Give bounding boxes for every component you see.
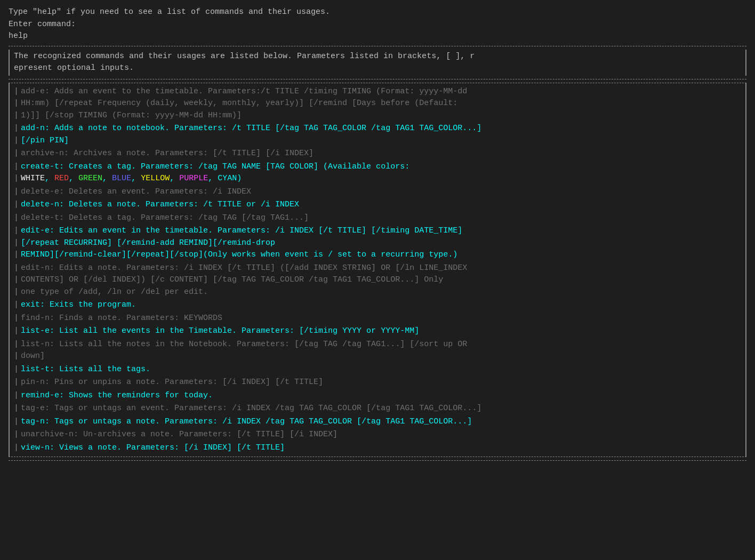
cmd-pin-n: |pin-n: Pins or unpins a note. Parameter… — [10, 376, 745, 389]
cmd-list-e: |list-e: List all the events in the Time… — [10, 325, 745, 338]
cmd-edit-n: |edit-n: Edits a note. Parameters: /i IN… — [10, 262, 745, 299]
cmd-add-e: |add-e: Adds an event to the timetable. … — [10, 85, 745, 123]
cmd-create-t: |create-t: Creates a tag. Parameters: /t… — [10, 161, 745, 186]
cmd-list-t: |list-t: Lists all the tags. — [10, 363, 745, 377]
cmd-add-n: |add-n: Adds a note to notebook. Paramet… — [10, 122, 745, 147]
cmd-unarchive-n: |unarchive-n: Un-archives a note. Parame… — [10, 428, 745, 442]
help-intro-line2: epresent optional inputs. — [14, 62, 741, 75]
terminal: Type "help" if you need to see a list of… — [9, 6, 746, 461]
intro-text: Type "help" if you need to see a list of… — [9, 6, 746, 43]
cmd-tag-e: |tag-e: Tags or untags an event. Paramet… — [10, 402, 745, 415]
cmd-list-n: |list-n: Lists all the notes in the Note… — [10, 338, 745, 363]
cmd-delete-t: |delete-t: Deletes a tag. Parameters: /t… — [10, 212, 745, 225]
intro-line1: Type "help" if you need to see a list of… — [9, 6, 746, 19]
help-intro-box: The recognized commands and their usages… — [9, 50, 746, 76]
cmd-view-n: |view-n: Views a note. Parameters: [/i I… — [10, 442, 745, 455]
cmd-edit-e: |edit-e: Edits an event in the timetable… — [10, 225, 745, 262]
help-intro-line1: The recognized commands and their usages… — [14, 51, 741, 63]
divider-1 — [9, 46, 746, 46]
cmd-delete-e: |delete-e: Deletes an event. Parameters:… — [10, 186, 745, 199]
cmd-tag-n: |tag-n: Tags or untags a note. Parameter… — [10, 415, 745, 429]
commands-box: |add-e: Adds an event to the timetable. … — [9, 83, 746, 458]
intro-line2: Enter command: — [9, 19, 746, 31]
cmd-delete-n: |delete-n: Deletes a note. Parameters: /… — [10, 198, 745, 212]
divider-2 — [9, 79, 746, 79]
divider-3 — [9, 460, 746, 461]
cmd-find-n: |find-n: Finds a note. Parameters: KEYWO… — [10, 312, 745, 325]
cmd-exit: |exit: Exits the program. — [10, 299, 745, 312]
cmd-remind-e: |remind-e: Shows the reminders for today… — [10, 389, 745, 403]
command-typed: help — [9, 30, 746, 43]
cmd-archive-n: |archive-n: Archives a note. Parameters:… — [10, 147, 745, 161]
